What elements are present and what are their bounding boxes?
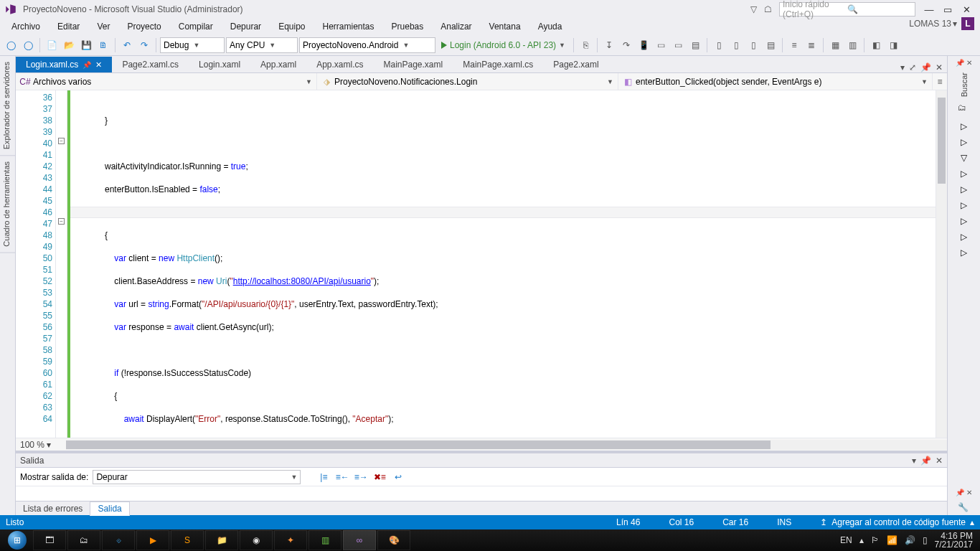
- menu-ventana[interactable]: Ventana: [482, 20, 528, 33]
- taskbar-sublime[interactable]: S: [171, 530, 204, 550]
- output-text-area[interactable]: [16, 486, 947, 501]
- taskbar-app-1[interactable]: 🗔: [33, 530, 66, 550]
- publish-icon[interactable]: ↥: [820, 517, 827, 527]
- output-prev-button[interactable]: ≡←: [335, 472, 349, 482]
- toolbar-layout-button[interactable]: ▤: [687, 37, 703, 53]
- output-find-button[interactable]: |≡: [316, 472, 331, 482]
- member-combo[interactable]: ◧ enterButton_Clicked(object sender, Eve…: [618, 73, 933, 90]
- server-explorer-tab[interactable]: Explorador de servidores: [0, 56, 15, 156]
- menu-analizar[interactable]: Analizar: [433, 20, 479, 33]
- tray-network-icon[interactable]: 📶: [887, 535, 897, 545]
- toolbar-emulator-button[interactable]: ▭: [653, 37, 669, 53]
- menu-equipo[interactable]: Equipo: [271, 20, 312, 33]
- tray-chevron-icon[interactable]: ▴: [859, 535, 864, 545]
- solution-config-combo[interactable]: Debug▼: [160, 37, 225, 53]
- quick-launch-input[interactable]: Inicio rápido (Ctrl+Q) 🔍: [779, 2, 915, 17]
- output-dropdown-button[interactable]: ▾: [912, 456, 916, 466]
- chevron-right-icon[interactable]: ▷: [961, 137, 967, 147]
- minimize-button[interactable]: —: [920, 4, 938, 15]
- undo-button[interactable]: ↶: [119, 37, 135, 53]
- output-pin-button[interactable]: 📌: [920, 456, 931, 466]
- chevron-up-icon[interactable]: ▴: [970, 517, 974, 527]
- tray-clock[interactable]: 4:16 PM 7/21/2017: [935, 532, 973, 549]
- menu-ayuda[interactable]: Ayuda: [531, 20, 570, 33]
- toolbar-device-button[interactable]: 📱: [636, 37, 651, 53]
- toolbar-emulator2-button[interactable]: ▭: [670, 37, 686, 53]
- taskbar-visual-studio[interactable]: ∞: [343, 530, 376, 550]
- tray-action-center-icon[interactable]: 🏳: [871, 535, 880, 545]
- toolbar-xaml1[interactable]: ▯: [711, 37, 727, 53]
- pin-icon[interactable]: 📌 ✕: [956, 59, 972, 67]
- solution-platform-combo[interactable]: Any CPU▼: [226, 37, 298, 53]
- nav-back-button[interactable]: ◯: [3, 37, 19, 53]
- pin-icon[interactable]: 📌 ✕: [956, 489, 972, 496]
- taskbar-media[interactable]: ▶: [136, 530, 169, 550]
- tray-battery-icon[interactable]: ▯: [923, 535, 928, 545]
- tab-pin-button[interactable]: 📌: [920, 62, 931, 72]
- output-close-button[interactable]: ✕: [936, 456, 943, 466]
- uncomment-button[interactable]: ≣: [804, 37, 819, 53]
- solution-explorer-icon[interactable]: 🗂: [958, 103, 971, 116]
- notifications-icon[interactable]: ▽: [746, 4, 760, 14]
- startup-project-combo[interactable]: ProyectoNoveno.Android▼: [299, 37, 435, 53]
- taskbar-app-8[interactable]: ▥: [308, 530, 341, 550]
- menu-compilar[interactable]: Compilar: [171, 20, 220, 33]
- project-combo[interactable]: C# Archivos varios▼: [16, 73, 317, 90]
- taskbar-chrome[interactable]: ◉: [240, 530, 273, 550]
- output-next-button[interactable]: ≡→: [354, 472, 368, 482]
- system-tray[interactable]: EN ▴ 🏳 📶 🔊 ▯ 4:16 PM 7/21/2017: [840, 532, 977, 549]
- class-combo[interactable]: ⬗ ProyectoNoveno.Notificaciones.Login▼: [317, 73, 618, 90]
- toolbar-misc3[interactable]: ◧: [868, 37, 884, 53]
- close-button[interactable]: ✕: [957, 4, 976, 15]
- properties-icon[interactable]: 🔧: [958, 502, 971, 515]
- chevron-right-icon[interactable]: ▷: [961, 121, 967, 131]
- fold-toggle[interactable]: −: [58, 138, 65, 144]
- zoom-combo[interactable]: 100 % ▾: [16, 440, 66, 450]
- chevron-right-icon[interactable]: ▷: [961, 200, 967, 210]
- chevron-right-icon[interactable]: ▷: [961, 169, 967, 179]
- output-wrap-button[interactable]: ↩: [391, 472, 405, 482]
- tab-close-button[interactable]: ✕: [936, 62, 943, 72]
- chevron-right-icon[interactable]: ▷: [961, 232, 967, 242]
- close-icon[interactable]: ✕: [95, 60, 102, 70]
- step-over-button[interactable]: ↷: [618, 37, 634, 53]
- taskbar-folder[interactable]: 📁: [205, 530, 238, 550]
- output-clear-button[interactable]: ✖≡: [372, 472, 387, 482]
- tab-sync-button[interactable]: ⤢: [909, 62, 916, 72]
- menu-archivo[interactable]: Archivo: [4, 20, 47, 33]
- chevron-down-icon[interactable]: ▽: [961, 153, 967, 163]
- output-tab[interactable]: Salida: [90, 501, 129, 516]
- menu-editar[interactable]: Editar: [50, 20, 87, 33]
- tab-login-xaml[interactable]: Login.xaml: [189, 57, 250, 72]
- taskbar-xampp[interactable]: ✦: [274, 530, 307, 550]
- tray-volume-icon[interactable]: 🔊: [905, 535, 915, 545]
- menu-depurar[interactable]: Depurar: [223, 20, 268, 33]
- code-editor[interactable]: 3637383940414243444546474849505152535455…: [16, 90, 947, 438]
- chevron-right-icon[interactable]: ▷: [961, 184, 967, 194]
- toolbar-xaml2[interactable]: ▯: [728, 37, 744, 53]
- tab-page2-xaml-cs[interactable]: Page2.xaml.cs: [112, 57, 189, 72]
- taskbar-vscode[interactable]: ⟐: [102, 530, 135, 550]
- start-debug-button[interactable]: Login (Android 6.0 - API 23) ▼: [437, 40, 570, 50]
- toolbar-misc1[interactable]: ▦: [827, 37, 843, 53]
- tab-app-xaml-cs[interactable]: App.xaml.cs: [306, 57, 373, 72]
- fold-toggle[interactable]: −: [58, 218, 65, 225]
- new-project-button[interactable]: 📄: [44, 37, 60, 53]
- open-button[interactable]: 📂: [61, 37, 77, 53]
- error-list-tab[interactable]: Lista de errores: [16, 502, 90, 515]
- chevron-right-icon[interactable]: ▷: [961, 216, 967, 226]
- taskbar-paint[interactable]: 🎨: [377, 530, 410, 550]
- menu-pruebas[interactable]: Pruebas: [385, 20, 431, 33]
- toolbox-tab[interactable]: Cuadro de herramientas: [0, 156, 15, 253]
- tab-app-xaml[interactable]: App.xaml: [250, 57, 306, 72]
- redo-button[interactable]: ↷: [136, 37, 152, 53]
- nav-fwd-button[interactable]: ◯: [20, 37, 36, 53]
- tab-mainpage-xaml[interactable]: MainPage.xaml: [374, 57, 453, 72]
- horizontal-scrollbar[interactable]: [66, 440, 947, 450]
- toolbar-extra-1[interactable]: ⎘: [578, 37, 593, 53]
- status-source-control[interactable]: Agregar al control de código fuente: [831, 517, 966, 527]
- code-content[interactable]: } waitActivityIndicator.IsRunning = true…: [70, 90, 936, 438]
- menu-herramientas[interactable]: Herramientas: [316, 20, 382, 33]
- tray-lang[interactable]: EN: [840, 535, 852, 545]
- menu-proyecto[interactable]: Proyecto: [120, 20, 168, 33]
